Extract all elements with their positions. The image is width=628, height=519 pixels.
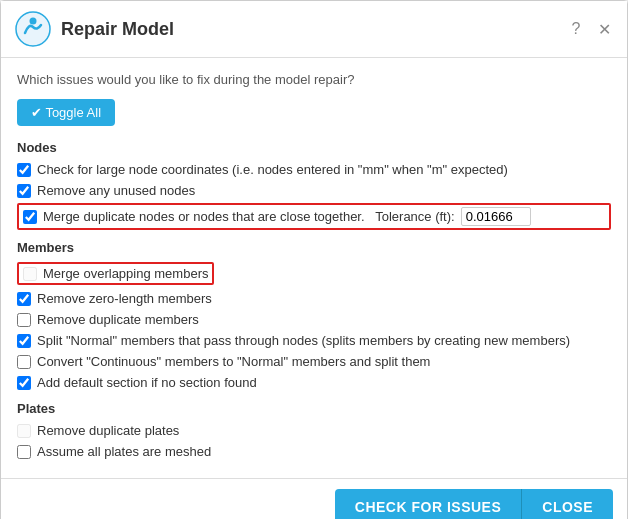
checkbox-plate2[interactable] (17, 445, 31, 459)
checkbox-node3[interactable] (23, 210, 37, 224)
checkbox-row-plate1: Remove duplicate plates (17, 422, 611, 439)
label-plate1: Remove duplicate plates (37, 423, 179, 438)
checkbox-row-mem1: Merge overlapping members (17, 261, 611, 286)
label-node2: Remove any unused nodes (37, 183, 195, 198)
checkbox-mem4[interactable] (17, 334, 31, 348)
svg-point-1 (30, 18, 37, 25)
checkbox-row-node3: Merge duplicate nodes or nodes that are … (17, 203, 611, 230)
checkbox-node1[interactable] (17, 163, 31, 177)
checkbox-row-mem3: Remove duplicate members (17, 311, 611, 328)
checkbox-row-mem6: Add default section if no section found (17, 374, 611, 391)
checkbox-mem1[interactable] (23, 267, 37, 281)
label-node3: Merge duplicate nodes or nodes that are … (43, 209, 455, 224)
checkbox-mem2[interactable] (17, 292, 31, 306)
label-mem4: Split "Normal" members that pass through… (37, 333, 570, 348)
checkbox-row-mem5: Convert "Continuous" members to "Normal"… (17, 353, 611, 370)
mem1-highlight-wrapper: Merge overlapping members (17, 262, 214, 285)
members-section-title: Members (17, 240, 611, 255)
label-mem5: Convert "Continuous" members to "Normal"… (37, 354, 430, 369)
help-icon[interactable]: ? (567, 20, 585, 38)
checkbox-mem6[interactable] (17, 376, 31, 390)
checkbox-mem3[interactable] (17, 313, 31, 327)
dialog-title: Repair Model (61, 19, 567, 40)
close-button[interactable]: CLOSE (521, 489, 613, 519)
checkbox-plate1[interactable] (17, 424, 31, 438)
label-mem3: Remove duplicate members (37, 312, 199, 327)
checkbox-node2[interactable] (17, 184, 31, 198)
checkbox-row-mem4: Split "Normal" members that pass through… (17, 332, 611, 349)
toggle-all-button[interactable]: ✔ Toggle All (17, 99, 115, 126)
label-mem2: Remove zero-length members (37, 291, 212, 306)
skyciv-logo (15, 11, 51, 47)
label-node1: Check for large node coordinates (i.e. n… (37, 162, 508, 177)
svg-point-0 (16, 12, 50, 46)
checkbox-row-plate2: Assume all plates are meshed (17, 443, 611, 460)
tolerance-input[interactable] (461, 207, 531, 226)
label-plate2: Assume all plates are meshed (37, 444, 211, 459)
checkbox-row-node2: Remove any unused nodes (17, 182, 611, 199)
checkbox-row-node1: Check for large node coordinates (i.e. n… (17, 161, 611, 178)
checkbox-row-mem2: Remove zero-length members (17, 290, 611, 307)
close-icon[interactable]: ✕ (595, 20, 613, 38)
header-icons: ? ✕ (567, 20, 613, 38)
dialog-header: Repair Model ? ✕ (1, 1, 627, 58)
checkbox-mem5[interactable] (17, 355, 31, 369)
nodes-section-title: Nodes (17, 140, 611, 155)
dialog-body: Which issues would you like to fix durin… (1, 58, 627, 478)
label-mem6: Add default section if no section found (37, 375, 257, 390)
subtitle: Which issues would you like to fix durin… (17, 72, 611, 87)
check-for-issues-button[interactable]: CHECK FOR ISSUES (335, 489, 521, 519)
dialog-footer: CHECK FOR ISSUES CLOSE (1, 478, 627, 519)
plates-section-title: Plates (17, 401, 611, 416)
label-mem1: Merge overlapping members (43, 266, 208, 281)
repair-model-dialog: Repair Model ? ✕ Which issues would you … (0, 0, 628, 519)
